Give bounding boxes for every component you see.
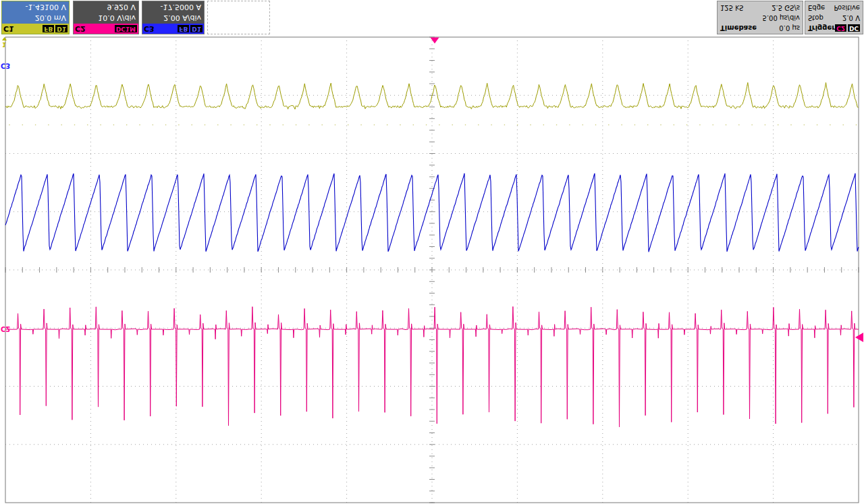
channel-descriptor-c2[interactable]: C2 DC1M 10.0 V/div 9.920 V bbox=[73, 1, 139, 34]
trigger-level: 2.0 V bbox=[842, 13, 860, 23]
trigger-slope: Positive bbox=[834, 3, 860, 13]
trigger-level-marker[interactable] bbox=[855, 333, 863, 342]
channel-label-c3: C3 bbox=[144, 24, 155, 33]
trigger-coupling-badge: DC bbox=[848, 24, 860, 32]
timebase-rate: 2.5 GS/s bbox=[772, 3, 800, 13]
trigger-title: Trigger bbox=[808, 23, 835, 33]
c1-zero-marker[interactable]: 1 bbox=[2, 41, 6, 48]
coupling-badge: D1 bbox=[190, 25, 202, 32]
timebase-delay: 0.0 µs bbox=[779, 23, 800, 33]
trace-c3 bbox=[5, 173, 859, 252]
trigger-time-marker[interactable] bbox=[431, 38, 439, 44]
channel-badges-c2: DC1M bbox=[115, 25, 137, 32]
trigger-mode: Stop bbox=[808, 13, 824, 23]
trigger-type: Edge bbox=[808, 3, 825, 13]
vdiv-readout: 2.00 A/div bbox=[142, 12, 201, 23]
oscilloscope-screen: 1C3C2 C1 FB D1 20.0 mV -1.43100 V C2 DC1… bbox=[0, 0, 864, 504]
coupling-badge: DC1M bbox=[115, 25, 137, 32]
channel-header-c3: C3 FB D1 bbox=[142, 24, 204, 34]
trigger-badges: C2 DC bbox=[835, 24, 860, 32]
channel-readout-c2: 10.0 V/div 9.920 V bbox=[74, 1, 138, 24]
vdiv-readout: 10.0 V/div bbox=[74, 12, 136, 23]
offset-readout: 9.920 V bbox=[74, 1, 136, 12]
vdiv-readout: 20.0 mV bbox=[2, 12, 66, 23]
timebase-descriptor[interactable]: Timebase 0.0 µs 5.00 µs/div 125 kS 2.5 G… bbox=[717, 1, 803, 34]
channel-header-c1: C1 FB D1 bbox=[2, 24, 69, 34]
timebase-title: Timebase bbox=[720, 23, 757, 33]
channel-readout-c1: 20.0 mV -1.43100 V bbox=[2, 1, 69, 24]
coupling-badge: FB bbox=[178, 25, 189, 32]
trigger-source-badge: C2 bbox=[835, 24, 846, 32]
channel-header-c2: C2 DC1M bbox=[74, 24, 138, 34]
c3-zero-marker[interactable]: C3 bbox=[1, 62, 10, 69]
trace-c1 bbox=[5, 82, 859, 109]
coupling-badge: D1 bbox=[55, 25, 68, 32]
channel-label-c1: C1 bbox=[3, 24, 14, 33]
channel-readout-c3: 2.00 A/div -17.5000 A bbox=[142, 1, 204, 24]
channel-descriptor-empty[interactable] bbox=[207, 1, 270, 34]
offset-readout: -1.43100 V bbox=[2, 1, 66, 12]
coupling-badge: FB bbox=[43, 25, 54, 32]
trigger-descriptor[interactable]: Trigger C2 DC Stop 2.0 V Edge Positive bbox=[805, 1, 863, 34]
channel-label-c2: C2 bbox=[75, 24, 86, 33]
channel-badges-c1: FB D1 bbox=[43, 25, 68, 32]
c2-zero-marker[interactable]: C2 bbox=[1, 325, 10, 333]
timebase-samples: 125 kS bbox=[720, 3, 743, 13]
offset-readout: -17.5000 A bbox=[142, 1, 201, 12]
c1-zero-marker-arrow-icon bbox=[2, 37, 7, 40]
channel-descriptor-c3[interactable]: C3 FB D1 2.00 A/div -17.5000 A bbox=[142, 1, 205, 34]
channel-badges-c3: FB D1 bbox=[178, 25, 202, 32]
channel-descriptor-c1[interactable]: C1 FB D1 20.0 mV -1.43100 V bbox=[1, 1, 70, 34]
waveform-grid: 1C3C2 bbox=[0, 0, 864, 504]
timebase-scale: 5.00 µs/div bbox=[763, 13, 800, 23]
